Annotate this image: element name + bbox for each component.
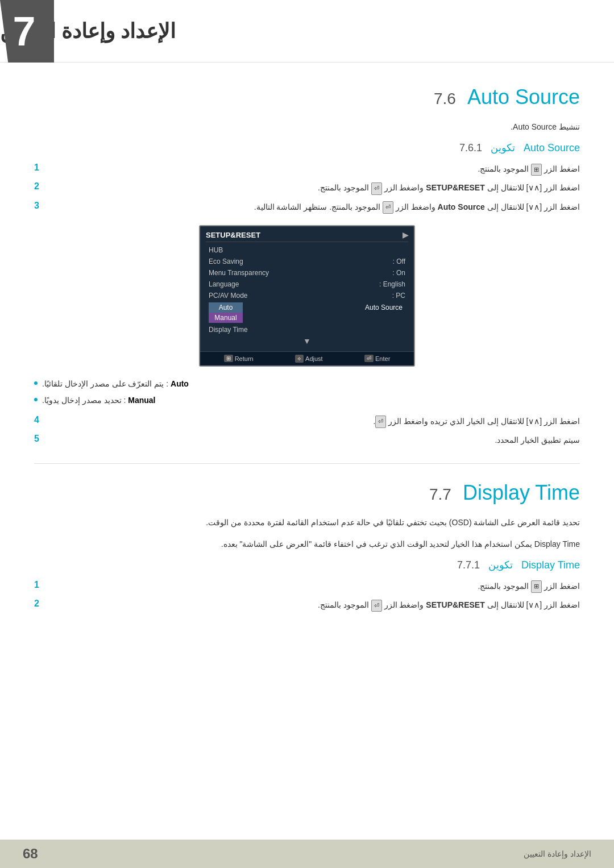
step-number: 2 bbox=[34, 599, 45, 609]
step-number: 1 bbox=[34, 580, 45, 590]
subsection-7-1-title: تكوين Display Time bbox=[488, 559, 580, 571]
step-text: اضغط الزر [∧∨] للانتقال إلى SETUP&RESET … bbox=[51, 181, 580, 194]
subsection-6-1-heading: 7.6.1 تكوين Auto Source bbox=[34, 142, 580, 154]
btn-menu: ⊞ bbox=[531, 580, 542, 593]
monitor-menu: SETUP&RESET ▶ HUB Eco Saving : Off Menu … bbox=[200, 226, 414, 351]
step-item: اضغط الزر [∧∨] للانتقال إلى الخيار الذي … bbox=[34, 415, 580, 428]
bottom-btn-adjust: ⟡ Adjust bbox=[295, 355, 323, 363]
submenu-item-manual: Manual bbox=[209, 313, 243, 323]
enter-icon: ⏎ bbox=[364, 355, 374, 362]
section-divider bbox=[34, 463, 580, 464]
bullet-text-auto: Auto : يتم التعرّف على مصدر الإدخال تلقا… bbox=[42, 378, 189, 390]
main-content: 7.6 Auto Source تنشيط Auto Source. 7.6.1… bbox=[0, 63, 614, 643]
chapter-number-box: 7 bbox=[0, 0, 54, 63]
section-6-heading: 7.6 Auto Source bbox=[34, 85, 580, 109]
step-text: اضغط الزر [∧∨] للانتقال إلى SETUP&RESET … bbox=[51, 599, 580, 612]
bullet-text-manual: Manual : تحديد مصدر إدخال يدويًا. bbox=[42, 394, 155, 406]
btn-enter: ⏎ bbox=[371, 182, 382, 195]
step-item: اضغط الزر [∧∨] للانتقال إلى Auto Source … bbox=[34, 201, 580, 214]
submenu-popup: Auto Manual bbox=[209, 302, 243, 323]
adjust-icon: ⟡ bbox=[295, 355, 304, 363]
autosource-label: Auto Source bbox=[362, 302, 405, 313]
monitor-bottom-bar: ⊞ Return ⟡ Adjust ⏎ Enter bbox=[200, 351, 414, 366]
step-item: اضغط الزر ⊞ الموجود بالمنتج. 1 bbox=[34, 580, 580, 593]
step-number: 1 bbox=[34, 163, 45, 173]
section-7-number: 7.7 bbox=[429, 485, 451, 504]
step-number: 3 bbox=[34, 201, 45, 211]
step-item: اضغط الزر [∧∨] للانتقال إلى SETUP&RESET … bbox=[34, 181, 580, 194]
step-text: اضغط الزر [∧∨] للانتقال إلى Auto Source … bbox=[51, 201, 580, 214]
section-7-description1: تحديد قائمة العرض على الشاشة (OSD) بحيث … bbox=[34, 516, 580, 529]
btn-enter: ⏎ bbox=[375, 416, 386, 428]
menu-row-displaytime: Display Time bbox=[206, 324, 408, 335]
step-item: اضغط الزر [∧∨] للانتقال إلى SETUP&RESET … bbox=[34, 599, 580, 612]
btn-menu: ⊞ bbox=[531, 164, 542, 176]
bullet-item-auto: Auto : يتم التعرّف على مصدر الإدخال تلقا… bbox=[34, 378, 580, 390]
menu-row-eco: Eco Saving : Off bbox=[206, 256, 408, 267]
monitor-screenshot: SETUP&RESET ▶ HUB Eco Saving : Off Menu … bbox=[199, 225, 415, 367]
subsection-7-1-heading: 7.7.1 تكوين Display Time bbox=[34, 559, 580, 571]
menu-row-transparency: Menu Transparency : On bbox=[206, 267, 408, 279]
bullet-list: Auto : يتم التعرّف على مصدر الإدخال تلقا… bbox=[34, 378, 580, 406]
bullet-item-manual: Manual : تحديد مصدر إدخال يدويًا. bbox=[34, 394, 580, 406]
bullet-dot bbox=[34, 381, 38, 385]
section-7-heading: 7.7 Display Time bbox=[34, 481, 580, 505]
bottom-btn-return: ⊞ Return bbox=[224, 355, 254, 363]
section-7-description2: Display Time يمكن استخدام هذا الخيار لتح… bbox=[34, 538, 580, 550]
step-text: اضغط الزر ⊞ الموجود بالمنتج. bbox=[51, 580, 580, 593]
menu-title-text: SETUP&RESET bbox=[206, 231, 260, 239]
monitor-menu-title: SETUP&RESET ▶ bbox=[206, 231, 408, 242]
menu-row-language: Language : English bbox=[206, 279, 408, 290]
section-6-title: Auto Source bbox=[467, 85, 580, 109]
step-item: اضغط الزر ⊞ الموجود بالمنتج. 1 bbox=[34, 163, 580, 176]
submenu-item-auto: Auto bbox=[209, 302, 243, 313]
subsection-6-1-number: 7.6.1 bbox=[459, 142, 482, 154]
arrow-right-icon: ▶ bbox=[403, 231, 408, 239]
btn-enter: ⏎ bbox=[371, 600, 382, 612]
step-text: اضغط الزر [∧∨] للانتقال إلى الخيار الذي … bbox=[51, 415, 580, 428]
footer-text: الإعداد وإعادة التعيين bbox=[524, 849, 591, 858]
step-number: 5 bbox=[34, 434, 45, 444]
scroll-indicator: ▼ bbox=[206, 335, 408, 347]
top-bar: الإعداد وإعادة التعيين 7 bbox=[0, 0, 614, 63]
subsection-7-1-number: 7.7.1 bbox=[457, 559, 480, 571]
chapter-number: 7 bbox=[13, 8, 35, 55]
section-6-number: 7.6 bbox=[434, 90, 456, 108]
steps-list-6-continued: اضغط الزر [∧∨] للانتقال إلى الخيار الذي … bbox=[34, 415, 580, 446]
footer-page: 68 bbox=[23, 846, 38, 862]
step-item: سيتم تطبيق الخيار المحدد. 5 bbox=[34, 434, 580, 446]
btn-enter: ⏎ bbox=[383, 201, 393, 214]
menu-row-hub: HUB bbox=[206, 244, 408, 256]
step-text: سيتم تطبيق الخيار المحدد. bbox=[51, 434, 580, 446]
step-number: 4 bbox=[34, 415, 45, 425]
steps-list-7: اضغط الزر ⊞ الموجود بالمنتج. 1 اضغط الزر… bbox=[34, 580, 580, 612]
step-text: اضغط الزر ⊞ الموجود بالمنتج. bbox=[51, 163, 580, 176]
section-7-title: Display Time bbox=[463, 481, 580, 505]
steps-list-6: اضغط الزر ⊞ الموجود بالمنتج. 1 اضغط الزر… bbox=[34, 163, 580, 213]
bottom-btn-enter: ⏎ Enter bbox=[364, 355, 390, 363]
subsection-6-1-title: تكوين Auto Source bbox=[491, 142, 580, 154]
menu-row-autosource: Auto Manual Auto Source bbox=[206, 301, 408, 324]
return-icon: ⊞ bbox=[224, 355, 233, 362]
footer: الإعداد وإعادة التعيين 68 bbox=[0, 840, 614, 868]
bullet-dot bbox=[34, 398, 38, 401]
section-6-description: تنشيط Auto Source. bbox=[34, 121, 580, 133]
step-number: 2 bbox=[34, 181, 45, 192]
menu-row-pcav: PC/AV Mode : PC bbox=[206, 290, 408, 301]
